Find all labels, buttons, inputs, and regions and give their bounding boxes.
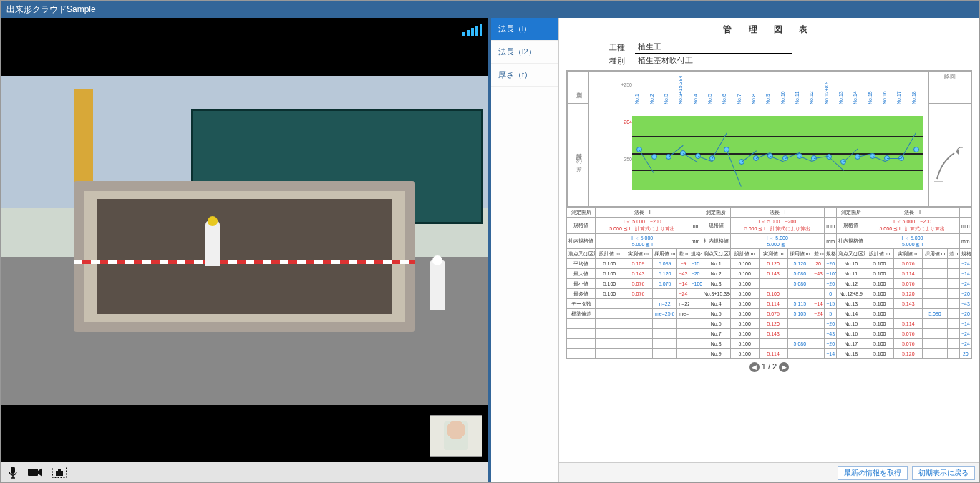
x-tick-label: No.1	[634, 94, 639, 104]
sidebar-item-l[interactable]: 法長（l）	[491, 18, 558, 41]
signal-strength-icon	[462, 24, 482, 36]
x-tick-label: No.12	[809, 91, 814, 104]
x-tick-label: No.14	[853, 91, 858, 104]
svg-rect-0	[11, 467, 15, 474]
sketch-cell	[928, 104, 971, 208]
table-row: No.75.1005.143−43No.165.1005.076−24	[567, 329, 972, 339]
x-tick-label: No.13	[838, 91, 843, 104]
app-title: 出来形クラウドSample	[6, 4, 96, 16]
x-tick-label: No.9	[765, 94, 770, 104]
x-tick-label: No.3	[664, 94, 669, 104]
x-tick-label: No.5	[707, 94, 712, 104]
x-tick-label: No.12+8.9	[824, 82, 829, 105]
table-row: No.95.1005.114−14No.185.1005.12020	[567, 349, 972, 359]
report-document: 管 理 図 表 工種植生工 種別植生基材吹付工 測点 No.1No.2No.3N…	[559, 18, 979, 462]
table-row: No.65.1005.120−20No.155.1005.114−14	[567, 319, 972, 329]
x-tick-label: No.2	[649, 94, 654, 104]
x-tick-label: No.4	[693, 94, 698, 104]
x-tick-label: No.3+15.384	[678, 76, 683, 104]
pager-next-button[interactable]: ▶	[779, 362, 789, 372]
table-row: 最小値5.1005.0765.076−14−100No.35.1005.080−…	[567, 279, 972, 289]
table-row: 標準偏差me=25.6me=57.0No.55.1005.0765.105−24…	[567, 309, 972, 319]
x-tick-label: No.15	[868, 91, 873, 104]
video-panel	[1, 18, 491, 482]
x-tick-label: No.11	[795, 91, 800, 104]
reset-button[interactable]: 初期表示に戻る	[912, 466, 975, 480]
pip-self-view[interactable]	[430, 415, 482, 457]
video-toolbar	[1, 462, 488, 482]
x-tick-label: No.18	[911, 91, 916, 104]
svg-rect-7	[58, 469, 61, 471]
pager: ◀ 1 / 2 ▶	[566, 359, 972, 376]
table-row: 最多値5.1005.076−24No.3+15.3845.1005.1000No…	[567, 289, 972, 299]
row-label-diff: 設計値との差	[567, 104, 588, 208]
title-bar: 出来形クラウドSample	[1, 1, 979, 18]
chart-point	[913, 147, 919, 152]
svg-marker-4	[38, 468, 42, 477]
x-tick-label: No.16	[882, 91, 887, 104]
refresh-button[interactable]: 最新の情報を取得	[838, 466, 908, 480]
dimension-sidebar: 法長（l） 法長（l2） 厚さ（t）	[491, 18, 559, 482]
sidebar-item-t[interactable]: 厚さ（t）	[491, 64, 558, 87]
x-tick-label: No.6	[722, 94, 727, 104]
table-row: 最大値5.1005.1435.120−43−20No.25.1005.1435.…	[567, 269, 972, 279]
table-row: 平均値5.1005.1095.089−9−15No.15.1005.1205.1…	[567, 259, 972, 269]
x-tick-label: No.8	[751, 94, 756, 104]
bottom-bar: 最新の情報を取得 初期表示に戻る	[559, 462, 979, 482]
x-tick-label: No.10	[780, 91, 785, 104]
x-tick-label: No.17	[896, 91, 901, 104]
table-row: データ数n=22n=22No.45.1005.1145.115−14−15No.…	[567, 299, 972, 309]
control-chart: No.1No.2No.3No.3+15.384No.4No.5No.6No.7N…	[589, 72, 928, 206]
doc-title: 管 理 図 表	[566, 24, 972, 36]
table-row: No.85.1005.080−20No.175.1005.076−24	[567, 339, 972, 349]
site-photo	[1, 76, 488, 405]
microphone-icon[interactable]	[8, 466, 18, 479]
x-tick-label: No.7	[737, 94, 742, 104]
sidebar-item-l2[interactable]: 法長（l2）	[491, 41, 558, 64]
sketch-icon	[934, 147, 966, 185]
spec-table: 測定箇所法長 l 測定箇所法長 l 測定箇所法長 l 規格値l ＜ 5.000 …	[566, 207, 972, 359]
row-label-測点: 測点	[567, 71, 588, 104]
capture-icon[interactable]	[52, 467, 67, 478]
pager-prev-button[interactable]: ◀	[749, 362, 760, 372]
svg-rect-3	[28, 469, 38, 476]
camera-icon[interactable]	[28, 467, 42, 477]
svg-rect-6	[56, 471, 63, 476]
video-area	[1, 18, 488, 462]
label-略図: 略図	[928, 71, 971, 104]
